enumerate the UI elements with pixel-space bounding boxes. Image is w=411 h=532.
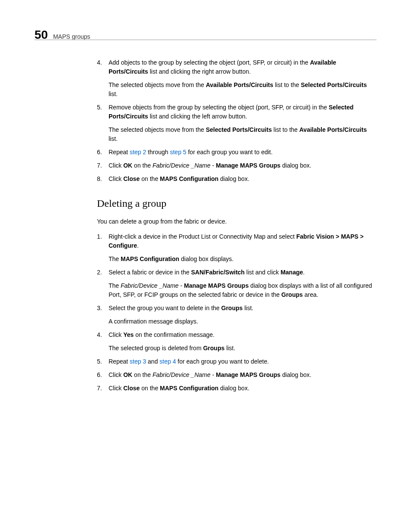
cross-reference-link[interactable]: step 2 xyxy=(130,149,146,156)
bold-text: Selected Ports/Circuits xyxy=(301,81,367,88)
bold-text: Available Ports/Circuits xyxy=(299,126,367,133)
bold-text: OK xyxy=(123,371,132,378)
list-number: 4. xyxy=(97,58,109,99)
list-item: 3.Select the group you want to delete in… xyxy=(97,304,374,326)
list-item: 1.Right-click a device in the Product Li… xyxy=(97,232,374,264)
paragraph: The Fabric/Device _Name - Manage MAPS Gr… xyxy=(109,281,374,299)
text: . xyxy=(303,269,305,276)
list-body: Click Close on the MAPS Configuration di… xyxy=(109,384,374,393)
cross-reference-link[interactable]: step 3 xyxy=(130,358,146,365)
paragraph: Add objects to the group by selecting th… xyxy=(109,58,374,76)
list-item: 4.Click Yes on the confirmation message.… xyxy=(97,330,374,353)
section-intro: You can delete a group from the fabric o… xyxy=(97,217,374,226)
list-number: 7. xyxy=(97,161,109,170)
italic-text: Fabric/Device _Name xyxy=(153,371,211,378)
bold-text: Available Ports/Circuits xyxy=(206,81,274,88)
text: - xyxy=(179,282,184,289)
text: dialog box displays. xyxy=(179,255,234,262)
bold-text: MAPS Configuration xyxy=(160,385,218,392)
list-number: 3. xyxy=(97,304,109,326)
section-2-list: 1.Right-click a device in the Product Li… xyxy=(97,232,374,393)
text: Click xyxy=(109,371,123,378)
text: The xyxy=(109,282,121,289)
paragraph: Click OK on the Fabric/Device _Name - Ma… xyxy=(109,161,374,170)
list-body: Select a fabric or device in the SAN/Fab… xyxy=(109,268,374,299)
list-number: 6. xyxy=(97,148,109,157)
list-item: 6.Repeat step 2 through step 5 for each … xyxy=(97,148,374,157)
text: list. xyxy=(243,305,253,311)
section-heading: Deleting a group xyxy=(97,196,374,211)
list-body: Repeat step 3 and step 4 for each group … xyxy=(109,357,374,366)
list-item: 8.Click Close on the MAPS Configuration … xyxy=(97,174,374,184)
text: list to the xyxy=(272,126,299,133)
text: on the xyxy=(140,175,160,182)
bold-text: Manage MAPS Groups xyxy=(216,371,280,378)
list-body: Repeat step 2 through step 5 for each gr… xyxy=(109,148,374,157)
text: The selected objects move from the xyxy=(109,126,206,133)
list-number: 7. xyxy=(97,384,109,393)
page-number: 50 xyxy=(34,26,48,44)
list-item: 5.Repeat step 3 and step 4 for each grou… xyxy=(97,357,374,366)
list-body: Click OK on the Fabric/Device _Name - Ma… xyxy=(109,161,374,170)
cross-reference-link[interactable]: step 5 xyxy=(170,149,186,156)
text: The selected group is deleted from xyxy=(109,345,203,352)
paragraph: The MAPS Configuration dialog box displa… xyxy=(109,255,374,264)
list-number: 5. xyxy=(97,103,109,143)
text: Click xyxy=(109,331,123,338)
header-divider xyxy=(34,40,377,40)
paragraph: Select the group you want to delete in t… xyxy=(109,304,374,313)
list-number: 5. xyxy=(97,357,109,366)
text: list. xyxy=(109,90,118,97)
text: Select the group you want to delete in t… xyxy=(109,305,221,311)
list-number: 8. xyxy=(97,174,109,184)
text: area. xyxy=(303,291,318,298)
italic-text: Fabric/Device _Name xyxy=(153,162,211,169)
text: Remove objects from the group by selecti… xyxy=(109,104,329,111)
list-item: 5.Remove objects from the group by selec… xyxy=(97,103,374,143)
paragraph: Select a fabric or device in the SAN/Fab… xyxy=(109,268,374,277)
text: for each group you want to delete. xyxy=(176,358,269,365)
text: for each group you want to edit. xyxy=(187,149,273,156)
list-item: 7.Click Close on the MAPS Configuration … xyxy=(97,384,374,393)
text: Right-click a device in the Product List… xyxy=(109,233,296,240)
paragraph: Repeat step 3 and step 4 for each group … xyxy=(109,357,374,366)
paragraph: Click Yes on the confirmation message. xyxy=(109,330,374,339)
list-number: 2. xyxy=(97,268,109,299)
italic-text: Fabric/Device _Name xyxy=(121,282,179,289)
paragraph: Right-click a device in the Product List… xyxy=(109,232,374,250)
text: Repeat xyxy=(109,149,130,156)
section-1-list: 4.Add objects to the group by selecting … xyxy=(97,58,374,184)
text: Click xyxy=(109,385,123,392)
list-item: 6.Click OK on the Fabric/Device _Name - … xyxy=(97,370,374,380)
text: on the xyxy=(132,371,153,378)
paragraph: A confirmation message displays. xyxy=(109,317,374,326)
bold-text: Manage xyxy=(280,269,303,276)
paragraph: Click Close on the MAPS Configuration di… xyxy=(109,384,374,393)
text: list to the xyxy=(273,81,301,88)
text: and xyxy=(146,358,159,365)
text: . xyxy=(137,242,139,249)
text: on the xyxy=(132,162,153,169)
text: dialog box. xyxy=(218,385,249,392)
text: list and click xyxy=(245,269,280,276)
bold-text: Close xyxy=(123,385,140,392)
bold-text: MAPS Configuration xyxy=(121,255,179,262)
bold-text: Manage MAPS Groups xyxy=(184,282,249,289)
text: list. xyxy=(109,135,118,142)
text: Click xyxy=(109,162,123,169)
text: Repeat xyxy=(109,358,130,365)
text: The xyxy=(109,255,121,262)
list-item: 2.Select a fabric or device in the SAN/F… xyxy=(97,268,374,299)
list-number: 6. xyxy=(97,370,109,380)
paragraph: The selected objects move from the Selec… xyxy=(109,125,374,143)
cross-reference-link[interactable]: step 4 xyxy=(159,358,176,365)
bold-text: SAN/Fabric/Switch xyxy=(191,269,244,276)
paragraph: The selected group is deleted from Group… xyxy=(109,344,374,353)
paragraph: Click Close on the MAPS Configuration di… xyxy=(109,174,374,184)
bold-text: Groups xyxy=(281,291,303,298)
text: dialog box. xyxy=(280,371,311,378)
bold-text: Groups xyxy=(221,305,243,311)
list-number: 1. xyxy=(97,232,109,264)
text: dialog box. xyxy=(218,175,249,182)
text: A confirmation message displays. xyxy=(109,318,198,325)
